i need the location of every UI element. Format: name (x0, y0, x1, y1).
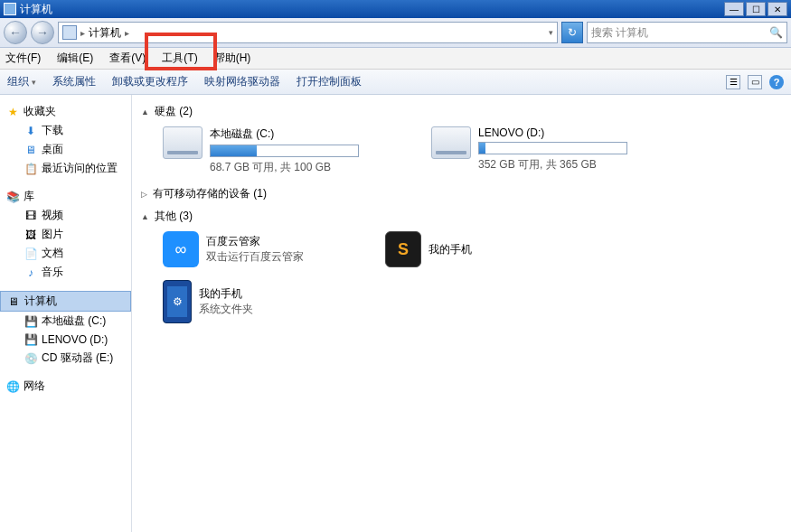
breadcrumb-computer[interactable]: 计算机 (89, 25, 121, 41)
item-baidu-cloud[interactable]: ∞ 百度云管家 双击运行百度云管家 (163, 231, 304, 267)
view-mode-button[interactable]: ☰ (726, 75, 740, 89)
menu-bar: 文件(F) 编辑(E) 查看(V) 工具(T) 帮助(H) (0, 48, 791, 70)
tree-cd-drive[interactable]: 💿CD 驱动器 (E:) (0, 349, 131, 368)
search-input[interactable]: 搜索 计算机 🔍 (587, 22, 787, 43)
baidu-sub: 双击运行百度云管家 (206, 249, 304, 265)
forward-button[interactable]: → (31, 21, 54, 44)
section-removable[interactable]: ▷有可移动存储的设备 (1) (141, 186, 782, 201)
network-icon: 🌐 (5, 379, 20, 394)
drive-d[interactable]: LENOVO (D:) 352 GB 可用, 共 365 GB (431, 126, 627, 175)
search-placeholder: 搜索 计算机 (591, 25, 648, 41)
menu-file[interactable]: 文件(F) (5, 51, 41, 66)
tree-downloads[interactable]: ⬇下载 (0, 121, 131, 140)
phone-icon: ⚙ (163, 280, 192, 323)
close-button[interactable]: ✕ (767, 2, 787, 16)
drive-c[interactable]: 本地磁盘 (C:) 68.7 GB 可用, 共 100 GB (163, 126, 359, 175)
item-my-phone-2[interactable]: ⚙ 我的手机 系统文件夹 (163, 280, 253, 323)
section-other[interactable]: ▲其他 (3) (141, 209, 782, 224)
item-my-phone-1[interactable]: S 我的手机 (385, 231, 472, 267)
preview-pane-button[interactable]: ▭ (748, 75, 762, 89)
menu-edit[interactable]: 编辑(E) (57, 51, 93, 66)
menu-tools[interactable]: 工具(T) (162, 51, 197, 66)
drive-d-detail: 352 GB 可用, 共 365 GB (478, 157, 627, 173)
tree-network[interactable]: 🌐网络 (0, 377, 131, 396)
refresh-button[interactable]: ↻ (561, 22, 583, 43)
drive-c-name: 本地磁盘 (C:) (210, 126, 359, 142)
documents-icon: 📄 (24, 247, 38, 261)
map-network-drive-button[interactable]: 映射网络驱动器 (204, 74, 280, 89)
system-properties-button[interactable]: 系统属性 (52, 74, 96, 89)
computer-icon: 🖥 (6, 294, 21, 309)
phone2-sub: 系统文件夹 (199, 302, 253, 317)
window-titlebar: 计算机 — ☐ ✕ (0, 0, 791, 18)
drive-icon: 💾 (24, 332, 38, 347)
breadcrumb-sep: ▸ (125, 28, 129, 38)
address-dropdown[interactable]: ▾ (549, 28, 553, 37)
main-area: ★收藏夹 ⬇下载 🖥桌面 📋最近访问的位置 📚库 🎞视频 🖼图片 📄文档 ♪音乐… (0, 95, 791, 532)
tree-libraries[interactable]: 📚库 (0, 187, 131, 206)
tree-desktop[interactable]: 🖥桌面 (0, 140, 131, 159)
navigation-pane: ★收藏夹 ⬇下载 🖥桌面 📋最近访问的位置 📚库 🎞视频 🖼图片 📄文档 ♪音乐… (0, 95, 132, 532)
tree-documents[interactable]: 📄文档 (0, 244, 131, 263)
open-control-panel-button[interactable]: 打开控制面板 (297, 74, 362, 89)
back-button[interactable]: ← (4, 21, 27, 44)
navigation-row: ← → ▸ 计算机 ▸ ▾ ↻ 搜索 计算机 🔍 (0, 18, 791, 48)
menu-help[interactable]: 帮助(H) (214, 51, 251, 66)
tree-video[interactable]: 🎞视频 (0, 206, 131, 225)
download-icon: ⬇ (24, 124, 38, 138)
baidu-cloud-icon: ∞ (163, 231, 199, 267)
uninstall-programs-button[interactable]: 卸载或更改程序 (112, 74, 188, 89)
tree-music[interactable]: ♪音乐 (0, 263, 131, 282)
star-icon: ★ (5, 105, 20, 119)
baidu-name: 百度云管家 (206, 234, 304, 249)
help-button[interactable]: ? (769, 75, 784, 89)
address-bar[interactable]: ▸ 计算机 ▸ ▾ (58, 22, 558, 43)
phone-icon: S (385, 231, 421, 267)
desktop-icon: 🖥 (24, 143, 38, 157)
window-title: 计算机 (20, 2, 52, 17)
tree-local-disk-c[interactable]: 💾本地磁盘 (C:) (0, 312, 131, 331)
drive-icon (163, 126, 202, 159)
menu-view[interactable]: 查看(V) (109, 51, 146, 66)
phone2-name: 我的手机 (199, 286, 253, 302)
section-harddisk[interactable]: ▲硬盘 (2) (141, 104, 782, 119)
command-bar: 组织 ▾ 系统属性 卸载或更改程序 映射网络驱动器 打开控制面板 ☰ ▭ ? (0, 70, 791, 95)
tree-pictures[interactable]: 🖼图片 (0, 225, 131, 244)
recent-icon: 📋 (24, 162, 38, 176)
organize-button[interactable]: 组织 ▾ (7, 74, 36, 89)
drive-icon: 💾 (24, 314, 38, 329)
phone1-name: 我的手机 (428, 242, 472, 257)
library-icon: 📚 (5, 190, 20, 204)
computer-icon (4, 3, 16, 15)
cd-icon: 💿 (24, 351, 38, 366)
drive-d-usage-bar (478, 142, 627, 154)
minimize-button[interactable]: — (724, 2, 744, 16)
pictures-icon: 🖼 (24, 228, 38, 242)
drive-icon (431, 126, 471, 159)
drive-c-detail: 68.7 GB 可用, 共 100 GB (210, 160, 359, 175)
tree-recent[interactable]: 📋最近访问的位置 (0, 159, 131, 178)
video-icon: 🎞 (24, 209, 38, 223)
drive-c-usage-bar (210, 145, 359, 157)
tree-favorites[interactable]: ★收藏夹 (0, 102, 131, 121)
drive-d-name: LENOVO (D:) (478, 126, 627, 139)
computer-icon (62, 25, 77, 40)
search-icon: 🔍 (769, 26, 783, 39)
content-pane: ▲硬盘 (2) 本地磁盘 (C:) 68.7 GB 可用, 共 100 GB L… (132, 95, 791, 532)
breadcrumb-sep: ▸ (80, 28, 85, 38)
tree-lenovo-d[interactable]: 💾LENOVO (D:) (0, 331, 131, 349)
tree-computer[interactable]: 🖥计算机 (0, 291, 131, 312)
music-icon: ♪ (24, 266, 38, 280)
maximize-button[interactable]: ☐ (746, 2, 766, 16)
